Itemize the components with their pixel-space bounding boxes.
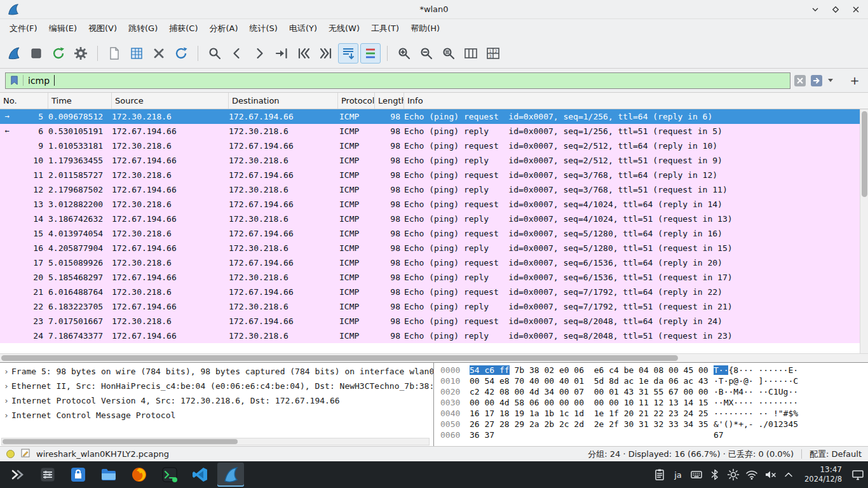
detail-line[interactable]: ›Internet Protocol Version 4, Src: 172.3… bbox=[1, 393, 433, 408]
packet-row[interactable]: →50.009678512172.30.218.6172.67.194.66IC… bbox=[0, 109, 868, 124]
taskbar-app-menu[interactable] bbox=[4, 463, 31, 487]
packet-row[interactable]: 112.011585727172.30.218.6172.67.194.66IC… bbox=[0, 168, 868, 182]
taskbar-software[interactable] bbox=[65, 463, 92, 487]
detail-line[interactable]: ›Internet Control Message Protocol bbox=[1, 408, 433, 423]
colorize-button[interactable] bbox=[360, 43, 381, 64]
column-header-info[interactable]: Info bbox=[404, 93, 868, 109]
tray-volume-muted[interactable] bbox=[764, 467, 776, 482]
packet-row[interactable]: 122.179687502172.67.194.66172.30.218.6IC… bbox=[0, 182, 868, 197]
resize-columns-button[interactable] bbox=[461, 43, 481, 64]
packet-list-horizontal-scrollbar[interactable] bbox=[0, 353, 868, 362]
menu-item-7[interactable]: 电话(Y) bbox=[283, 20, 323, 37]
taskbar-wireshark[interactable] bbox=[217, 463, 244, 487]
packet-row[interactable]: 205.185468297172.67.194.66172.30.218.6IC… bbox=[0, 270, 868, 285]
packet-row[interactable]: 133.012882200172.30.218.6172.67.194.66IC… bbox=[0, 197, 868, 212]
menu-item-3[interactable]: 跳转(G) bbox=[123, 20, 163, 37]
restart-capture-button[interactable] bbox=[48, 43, 69, 64]
packet-row[interactable]: 237.017501667172.30.218.6172.67.194.66IC… bbox=[0, 314, 868, 329]
detail-line[interactable]: ›Frame 5: 98 bytes on wire (784 bits), 9… bbox=[1, 364, 433, 379]
capture-comment-icon[interactable] bbox=[20, 448, 31, 460]
scrollbar-thumb[interactable] bbox=[3, 439, 238, 444]
menu-item-6[interactable]: 统计(S) bbox=[244, 20, 283, 37]
filter-apply-button[interactable] bbox=[810, 74, 824, 88]
packet-row[interactable]: 154.013974054172.30.218.6172.67.194.66IC… bbox=[0, 226, 868, 241]
stop-capture-button[interactable] bbox=[26, 43, 46, 64]
display-filter-input[interactable]: icmp bbox=[5, 72, 790, 89]
filter-bookmark-icon[interactable] bbox=[10, 75, 24, 86]
menu-item-5[interactable]: 分析(A) bbox=[203, 20, 243, 37]
packet-list-vertical-scrollbar[interactable] bbox=[860, 109, 868, 353]
column-header-protocol[interactable]: Protocol bbox=[338, 93, 375, 109]
filter-clear-button[interactable] bbox=[793, 74, 807, 88]
menu-item-8[interactable]: 无线(W) bbox=[323, 20, 365, 37]
taskbar-settings[interactable] bbox=[34, 463, 61, 487]
column-header-length[interactable]: Length bbox=[375, 93, 404, 109]
start-capture-button[interactable] bbox=[4, 43, 24, 64]
hex-row[interactable]: 003000 00 4d 58 06 00 00 00 00 00 10 11 … bbox=[440, 397, 868, 408]
menu-item-0[interactable]: 文件(F) bbox=[4, 20, 43, 37]
menu-item-10[interactable]: 帮助(H) bbox=[405, 20, 445, 37]
taskbar-firefox[interactable] bbox=[126, 463, 153, 487]
add-filter-button[interactable]: + bbox=[846, 73, 863, 88]
go-first-button[interactable] bbox=[294, 43, 314, 64]
packet-row[interactable]: 247.186743377172.67.194.66172.30.218.6IC… bbox=[0, 329, 868, 343]
go-back-button[interactable] bbox=[227, 43, 247, 64]
hex-row[interactable]: 0020c2 42 08 00 4d 34 00 07 00 01 43 31 … bbox=[440, 386, 868, 397]
tray-input-method[interactable]: ja bbox=[672, 467, 684, 482]
tray-wifi[interactable] bbox=[745, 467, 758, 482]
zoom-reset-button[interactable] bbox=[438, 43, 459, 64]
packet-row[interactable]: 164.205877904172.67.194.66172.30.218.6IC… bbox=[0, 241, 868, 255]
open-file-button[interactable] bbox=[104, 43, 125, 64]
reload-file-button[interactable] bbox=[171, 43, 191, 64]
expand-chevron-icon[interactable]: › bbox=[1, 408, 11, 423]
window-maximize-button[interactable] bbox=[830, 4, 841, 15]
scrollbar-thumb[interactable] bbox=[862, 111, 867, 197]
tray-tray-expand[interactable] bbox=[782, 467, 795, 482]
zoom-in-button[interactable] bbox=[394, 43, 414, 64]
show-desktop-button[interactable] bbox=[851, 467, 864, 482]
detail-line[interactable]: ›Ethernet II, Src: HonHaiPrecis_c4:be:04… bbox=[1, 379, 433, 393]
hex-row[interactable]: 001000 54 e8 70 40 00 40 01 5d 8d ac 1e … bbox=[440, 376, 868, 386]
taskbar-clock[interactable]: 13:47 2024/12/8 bbox=[804, 465, 842, 484]
taskbar-terminal[interactable] bbox=[156, 463, 183, 487]
details-horizontal-scrollbar[interactable] bbox=[1, 438, 430, 445]
column-header-destination[interactable]: Destination bbox=[229, 93, 338, 109]
go-last-button[interactable] bbox=[316, 43, 336, 64]
packet-row[interactable]: 216.016488764172.30.218.6172.67.194.66IC… bbox=[0, 285, 868, 299]
tray-bluetooth[interactable] bbox=[709, 467, 721, 482]
menu-item-4[interactable]: 捕获(C) bbox=[163, 20, 203, 37]
close-file-button[interactable] bbox=[149, 43, 169, 64]
menu-item-9[interactable]: 工具(T) bbox=[365, 20, 405, 37]
column-header-source[interactable]: Source bbox=[112, 93, 229, 109]
expert-info-icon[interactable] bbox=[6, 450, 15, 458]
tray-keyboard[interactable] bbox=[690, 467, 703, 482]
hex-row[interactable]: 004016 17 18 19 1a 1b 1c 1d 1e 1f 20 21 … bbox=[440, 408, 868, 419]
menu-item-2[interactable]: 视图(V) bbox=[83, 20, 123, 37]
window-minimize-button[interactable] bbox=[810, 4, 821, 15]
capture-options-button[interactable] bbox=[71, 43, 91, 64]
column-header-no[interactable]: No. bbox=[0, 93, 48, 109]
auto-scroll-button[interactable] bbox=[338, 43, 358, 64]
numbered-columns-button[interactable]: 123 bbox=[483, 43, 503, 64]
taskbar-file-manager[interactable] bbox=[95, 463, 122, 487]
hex-row[interactable]: 000054 c6 ff 7b 38 02 e0 06 e6 c4 be 04 … bbox=[440, 365, 868, 376]
window-close-button[interactable] bbox=[850, 4, 862, 15]
packet-row[interactable]: 91.010533181172.30.218.6172.67.194.66ICM… bbox=[0, 139, 868, 153]
expand-chevron-icon[interactable]: › bbox=[1, 364, 11, 379]
filter-dropdown-button[interactable] bbox=[826, 74, 835, 88]
scrollbar-thumb[interactable] bbox=[1, 355, 678, 361]
packet-row[interactable]: 175.015089926172.30.218.6172.67.194.66IC… bbox=[0, 255, 868, 270]
expand-chevron-icon[interactable]: › bbox=[1, 393, 11, 408]
hex-row[interactable]: 005026 27 28 29 2a 2b 2c 2d 2e 2f 30 31 … bbox=[440, 419, 868, 430]
packet-row[interactable]: 143.186742632172.67.194.66172.30.218.6IC… bbox=[0, 212, 868, 226]
profile-label[interactable]: 配置: Default bbox=[810, 449, 862, 460]
taskbar-vscode[interactable] bbox=[187, 463, 214, 487]
go-to-packet-button[interactable] bbox=[271, 43, 292, 64]
save-file-button[interactable] bbox=[126, 43, 147, 64]
menu-item-1[interactable]: 编辑(E) bbox=[43, 20, 83, 37]
zoom-out-button[interactable] bbox=[416, 43, 437, 64]
go-forward-button[interactable] bbox=[249, 43, 269, 64]
packet-row[interactable]: ←60.530105191172.67.194.66172.30.218.6IC… bbox=[0, 124, 868, 139]
tray-clipboard[interactable] bbox=[653, 467, 666, 482]
find-packet-button[interactable] bbox=[205, 43, 225, 64]
